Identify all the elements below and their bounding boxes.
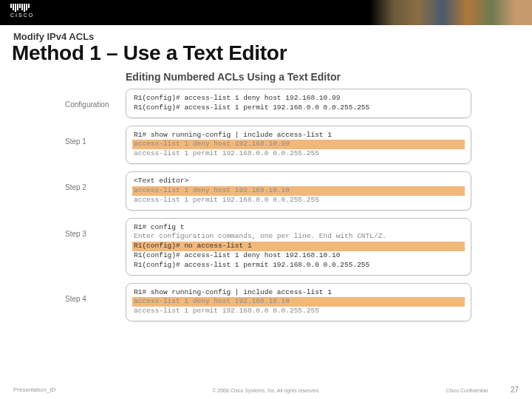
code-line: Enter configuration commands, one per li…: [134, 232, 463, 242]
content-area: Editing Numbered ACLs Using a Text Edito…: [65, 71, 471, 329]
content-subtitle: Editing Numbered ACLs Using a Text Edito…: [126, 71, 471, 83]
code-line: <Text editor>: [134, 177, 463, 186]
code-line: access-list 1 permit 192.168.0.0 0.0.255…: [134, 307, 463, 316]
logo-bars-icon: [10, 4, 34, 12]
row-label: Configuration: [65, 89, 126, 109]
code-line: R1(config)# access-list 1 permit 192.168…: [134, 103, 463, 113]
confidential-label: Cisco Confidential: [446, 388, 488, 393]
row-step2: Step 2 <Text editor> access-list 1 deny …: [65, 171, 471, 210]
code-line: R1# config t: [134, 223, 463, 233]
row-label: Step 3: [65, 218, 126, 238]
code-line: access-list 1 permit 192.168.0.0 0.0.255…: [134, 149, 463, 159]
code-line: R1(config)# access-list 1 permit 192.168…: [134, 261, 463, 270]
cisco-logo: CISCO: [10, 4, 34, 18]
row-label: Step 4: [65, 283, 126, 303]
code-box: <Text editor> access-list 1 deny host 19…: [126, 171, 471, 210]
banner-photo-strip: [369, 0, 532, 25]
code-line-highlight: access-list 1 deny host 192.168.10.10: [132, 186, 465, 196]
code-line-highlight: R1(config)# no access-list 1: [132, 242, 465, 251]
code-line-highlight: access-list 1 deny host 192.168.10.10: [132, 297, 465, 307]
slide: CISCO Modify IPv4 ACLs Method 1 – Use a …: [0, 0, 532, 399]
row-configuration: Configuration R1(config)# access-list 1 …: [65, 89, 471, 118]
code-line: access-list 1 permit 192.168.0.0 0.0.255…: [134, 196, 463, 205]
code-line: R1(config)# access-list 1 deny host 192.…: [134, 251, 463, 261]
code-box: R1# show running-config | include access…: [126, 126, 471, 164]
row-step4: Step 4 R1# show running-config | include…: [65, 283, 471, 321]
page-title: Method 1 – Use a Text Editor: [12, 41, 287, 65]
row-step1: Step 1 R1# show running-config | include…: [65, 126, 471, 164]
code-line: R1(config)# access-list 1 deny host 192.…: [134, 94, 463, 103]
top-banner: CISCO: [0, 0, 532, 25]
code-box: R1(config)# access-list 1 deny host 192.…: [126, 89, 471, 118]
code-box: R1# show running-config | include access…: [126, 283, 471, 321]
code-line-highlight: access-list 1 deny host 192.168.10.99: [132, 140, 465, 149]
code-line: R1# show running-config | include access…: [134, 131, 463, 140]
page-number: 27: [511, 386, 519, 394]
pretitle: Modify IPv4 ACLs: [13, 31, 94, 42]
code-box: R1# config t Enter configuration command…: [126, 218, 471, 276]
logo-text: CISCO: [10, 13, 34, 18]
row-step3: Step 3 R1# config t Enter configuration …: [65, 218, 471, 276]
row-label: Step 1: [65, 126, 126, 146]
row-label: Step 2: [65, 171, 126, 191]
code-line: R1# show running-config | include access…: [134, 288, 463, 298]
